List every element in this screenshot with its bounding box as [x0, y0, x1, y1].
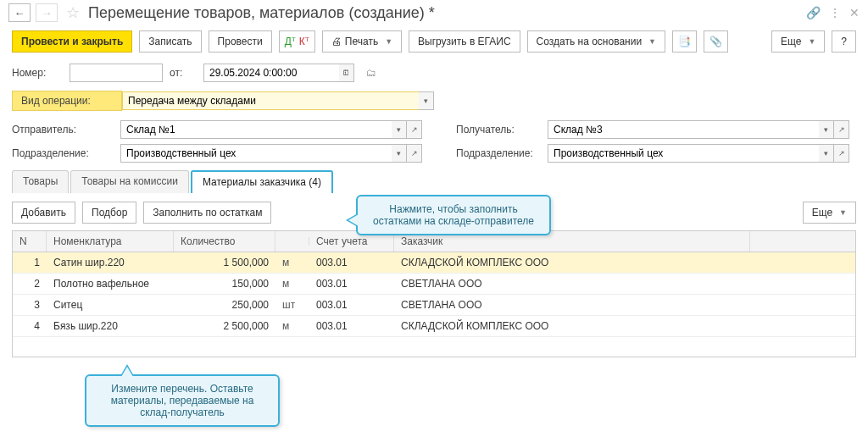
cell-unit: м [275, 252, 309, 273]
chevron-down-icon[interactable]: ▾ [419, 91, 434, 110]
favorite-star-icon[interactable]: ☆ [66, 3, 80, 22]
department-label-right: Подразделение: [456, 147, 541, 159]
department-label-left: Подразделение: [12, 147, 114, 159]
table-row[interactable]: 2Полотно вафельное150,000м003.01СВЕТЛАНА… [13, 274, 855, 295]
chevron-down-icon[interactable]: ▾ [392, 144, 407, 163]
cell-nomenclature: Бязь шир.220 [47, 316, 174, 336]
nav-forward-button: → [36, 3, 58, 22]
cell-account: 003.01 [309, 252, 394, 273]
cell-n: 2 [13, 274, 47, 294]
date-input[interactable] [203, 64, 339, 82]
cell-account: 003.01 [309, 295, 394, 315]
department-field-left[interactable]: ▾ ↗ [120, 144, 422, 163]
col-n[interactable]: N [13, 231, 47, 252]
fill-by-stock-button[interactable]: Заполнить по остаткам [143, 202, 271, 224]
more-button[interactable]: Еще▼ [771, 30, 825, 53]
date-field[interactable]: 🗓 [203, 64, 354, 82]
table-row[interactable]: 1Сатин шир.2201 500,000м003.01СКЛАДСКОЙ … [13, 252, 855, 274]
reports-button[interactable]: 📑 [672, 30, 697, 53]
dt-kt-button[interactable]: ДᵀКᵀ [279, 30, 315, 53]
chevron-down-icon[interactable]: ▾ [819, 144, 834, 163]
cell-customer: СВЕТЛАНА ООО [394, 295, 750, 315]
create-on-basis-button[interactable]: Создать на основании▼ [527, 30, 665, 53]
col-nomenclature[interactable]: Номенклатура [47, 231, 174, 252]
cell-account: 003.01 [309, 316, 394, 336]
sender-input[interactable] [120, 120, 392, 139]
page-title: Перемещение товаров, материалов (создани… [88, 4, 435, 22]
cell-n: 1 [13, 252, 47, 273]
egais-button[interactable]: Выгрузить в ЕГАИС [409, 30, 520, 53]
sub-more-button[interactable]: Еще▼ [803, 202, 856, 224]
chevron-down-icon[interactable]: ▾ [819, 120, 834, 139]
operation-type-input[interactable] [122, 91, 419, 110]
operation-type-label: Вид операции: [12, 91, 122, 111]
operation-type-row: Вид операции: ▾ [0, 86, 868, 118]
chevron-down-icon: ▼ [808, 37, 815, 46]
col-unit [275, 237, 309, 246]
materials-grid: N Номенклатура Количество Счет учета Зак… [12, 230, 856, 357]
tab-commission[interactable]: Товары на комиссии [70, 170, 189, 193]
cell-quantity: 1 500,000 [174, 252, 275, 273]
chevron-down-icon: ▼ [385, 37, 392, 46]
post-and-close-button[interactable]: Провести и закрыть [12, 30, 132, 53]
department-row: Подразделение: ▾ ↗ Подразделение: ▾ ↗ [0, 141, 868, 165]
link-icon[interactable]: 🔗 [806, 6, 821, 19]
table-row[interactable]: 4Бязь шир.2202 500,000м003.01СКЛАДСКОЙ К… [13, 316, 855, 337]
number-row: Номер: от: 🗓 🗂 [0, 61, 868, 86]
paperclip-icon: 📎 [709, 36, 722, 47]
print-button[interactable]: 🖨Печать▼ [322, 30, 402, 53]
form-icon[interactable]: 🗂 [366, 67, 376, 79]
table-row[interactable]: 3Ситец250,000шт003.01СВЕТЛАНА ООО [13, 295, 855, 316]
pick-button[interactable]: Подбор [82, 202, 136, 224]
cell-nomenclature: Ситец [47, 295, 174, 315]
post-button[interactable]: Провести [209, 30, 272, 53]
date-from-label: от: [170, 67, 197, 79]
cell-customer: СКЛАДСКОЙ КОМПЛЕКС ООО [394, 252, 750, 273]
open-icon[interactable]: ↗ [834, 144, 849, 163]
report-icon: 📑 [678, 36, 691, 47]
tab-goods[interactable]: Товары [12, 170, 69, 193]
open-icon[interactable]: ↗ [407, 120, 422, 139]
cell-nomenclature: Сатин шир.220 [47, 252, 174, 273]
cell-nomenclature: Полотно вафельное [47, 274, 174, 294]
dt-icon: Дᵀ [285, 36, 296, 47]
department-input-left[interactable] [120, 144, 392, 163]
attach-button[interactable]: 📎 [704, 30, 728, 53]
calendar-icon[interactable]: 🗓 [339, 64, 354, 82]
chevron-down-icon[interactable]: ▾ [392, 120, 407, 139]
receiver-input[interactable] [548, 120, 819, 139]
main-toolbar: Провести и закрыть Записать Провести ДᵀК… [0, 27, 868, 61]
more-icon[interactable]: ⋮ [829, 6, 841, 19]
number-label: Номер: [12, 67, 63, 79]
close-icon[interactable]: ✕ [849, 6, 860, 19]
printer-icon: 🖨 [331, 36, 342, 47]
open-icon[interactable]: ↗ [834, 120, 849, 139]
operation-type-field[interactable]: ▾ [122, 91, 434, 110]
cell-unit: м [275, 316, 309, 336]
titlebar: ← → ☆ Перемещение товаров, материалов (с… [0, 0, 868, 27]
cell-account: 003.01 [309, 274, 394, 294]
sender-receiver-row: Отправитель: ▾ ↗ Получатель: ▾ ↗ [0, 118, 868, 141]
col-quantity[interactable]: Количество [174, 231, 275, 252]
nav-back-button[interactable]: ← [8, 3, 31, 22]
sender-field[interactable]: ▾ ↗ [120, 120, 422, 139]
cell-unit: м [275, 274, 309, 294]
cell-customer: СКЛАДСКОЙ КОМПЛЕКС ООО [394, 316, 750, 336]
write-button[interactable]: Записать [139, 30, 201, 53]
open-icon[interactable]: ↗ [407, 144, 422, 163]
cell-quantity: 150,000 [174, 274, 275, 294]
callout-fill-by-stock: Нажмите, чтобы заполнить остатками на ск… [356, 195, 551, 235]
number-input[interactable] [70, 64, 163, 82]
tabs: Товары Товары на комиссии Материалы зака… [0, 165, 868, 193]
cell-quantity: 250,000 [174, 295, 275, 315]
chevron-down-icon: ▼ [648, 37, 656, 46]
cell-n: 4 [13, 316, 47, 336]
receiver-field[interactable]: ▾ ↗ [548, 120, 849, 139]
department-field-right[interactable]: ▾ ↗ [548, 144, 849, 163]
cell-unit: шт [275, 295, 309, 315]
add-button[interactable]: Добавить [12, 202, 75, 224]
receiver-label: Получатель: [456, 124, 541, 136]
department-input-right[interactable] [548, 144, 819, 163]
tab-customer-materials[interactable]: Материалы заказчика (4) [191, 170, 333, 193]
help-button[interactable]: ? [832, 30, 856, 53]
